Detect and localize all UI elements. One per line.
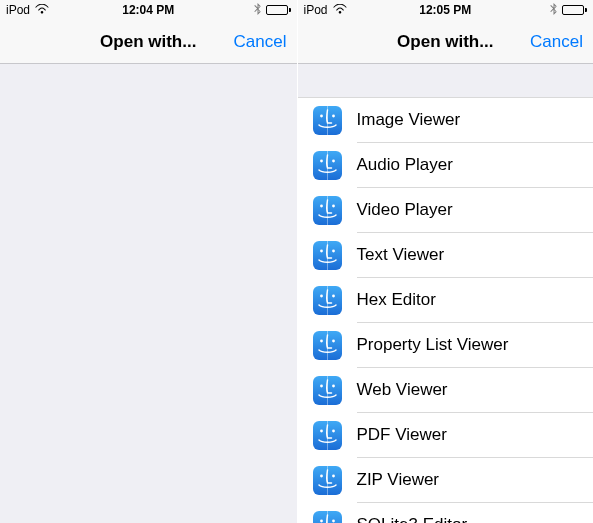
svg-point-5: [332, 159, 335, 162]
svg-point-26: [332, 474, 335, 477]
svg-point-28: [320, 519, 323, 522]
bluetooth-icon: [254, 3, 261, 18]
finder-icon: [313, 511, 342, 524]
svg-point-14: [332, 294, 335, 297]
svg-point-23: [332, 429, 335, 432]
screen-left: iPod 12:04 PM Open with... Cancel: [0, 0, 297, 523]
list-item-label: SQLite3 Editor: [357, 515, 468, 523]
svg-point-17: [332, 339, 335, 342]
svg-point-13: [320, 294, 323, 297]
finder-icon: [313, 106, 342, 135]
finder-icon: [313, 376, 342, 405]
status-bar: iPod 12:04 PM: [0, 0, 297, 20]
svg-point-10: [320, 249, 323, 252]
list-item[interactable]: Property List Viewer: [298, 323, 594, 367]
device-label: iPod: [304, 3, 328, 17]
list-item-label: PDF Viewer: [357, 425, 447, 445]
nav-bar: Open with... Cancel: [0, 20, 297, 64]
svg-point-1: [320, 114, 323, 117]
svg-point-16: [320, 339, 323, 342]
list-item-label: Video Player: [357, 200, 453, 220]
list-item-label: Image Viewer: [357, 110, 461, 130]
app-list: Image ViewerAudio PlayerVideo PlayerText…: [298, 98, 594, 523]
finder-icon: [313, 196, 342, 225]
list-item-label: Text Viewer: [357, 245, 445, 265]
list-item[interactable]: PDF Viewer: [298, 413, 594, 457]
finder-icon: [313, 331, 342, 360]
device-label: iPod: [6, 3, 30, 17]
battery-icon: [562, 5, 587, 15]
svg-point-7: [320, 204, 323, 207]
finder-icon: [313, 241, 342, 270]
svg-point-19: [320, 384, 323, 387]
content[interactable]: Image ViewerAudio PlayerVideo PlayerText…: [298, 64, 594, 523]
list-item-label: Property List Viewer: [357, 335, 509, 355]
empty-content: [0, 64, 297, 523]
clock: 12:04 PM: [122, 3, 174, 17]
svg-point-22: [320, 429, 323, 432]
finder-icon: [313, 421, 342, 450]
clock: 12:05 PM: [419, 3, 471, 17]
svg-point-20: [332, 384, 335, 387]
list-item-label: ZIP Viewer: [357, 470, 440, 490]
cancel-button[interactable]: Cancel: [234, 32, 287, 52]
battery-icon: [266, 5, 291, 15]
list-item-label: Hex Editor: [357, 290, 436, 310]
list-item[interactable]: Text Viewer: [298, 233, 594, 277]
bluetooth-icon: [550, 3, 557, 18]
list-item[interactable]: Image Viewer: [298, 98, 594, 142]
screen-right: iPod 12:05 PM Open with... Cancel Image …: [297, 0, 594, 523]
svg-point-4: [320, 159, 323, 162]
list-item[interactable]: Audio Player: [298, 143, 594, 187]
section-header: [298, 64, 594, 98]
nav-bar: Open with... Cancel: [298, 20, 594, 64]
cancel-button[interactable]: Cancel: [530, 32, 583, 52]
list-item-label: Audio Player: [357, 155, 453, 175]
list-item[interactable]: ZIP Viewer: [298, 458, 594, 502]
finder-icon: [313, 286, 342, 315]
list-item[interactable]: SQLite3 Editor: [298, 503, 594, 523]
wifi-icon: [35, 3, 49, 17]
svg-point-2: [332, 114, 335, 117]
wifi-icon: [333, 3, 347, 17]
page-title: Open with...: [397, 32, 493, 52]
svg-point-25: [320, 474, 323, 477]
svg-point-8: [332, 204, 335, 207]
list-item[interactable]: Video Player: [298, 188, 594, 232]
svg-point-29: [332, 519, 335, 522]
list-item[interactable]: Web Viewer: [298, 368, 594, 412]
page-title: Open with...: [100, 32, 196, 52]
status-bar: iPod 12:05 PM: [298, 0, 594, 20]
svg-point-11: [332, 249, 335, 252]
list-item-label: Web Viewer: [357, 380, 448, 400]
finder-icon: [313, 466, 342, 495]
list-item[interactable]: Hex Editor: [298, 278, 594, 322]
finder-icon: [313, 151, 342, 180]
